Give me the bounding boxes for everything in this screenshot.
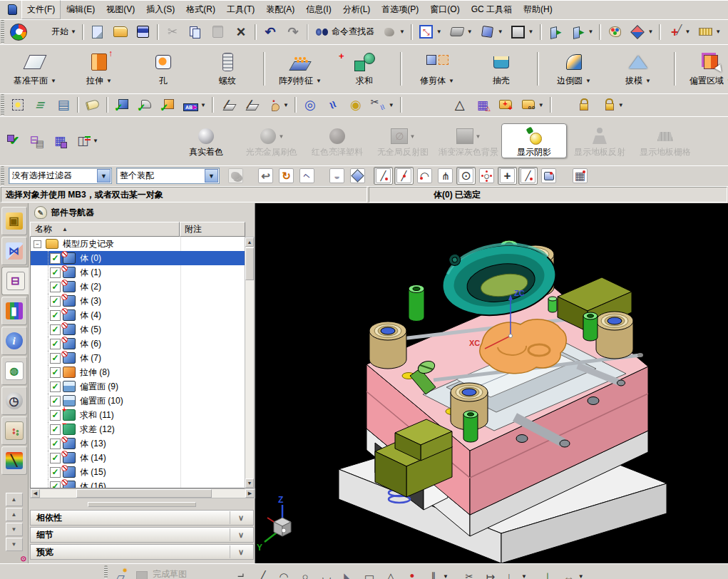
menu-item[interactable]: 帮助(H) (518, 0, 558, 19)
toolbar-grip[interactable] (1, 166, 4, 185)
checkbox[interactable] (50, 324, 61, 335)
toolbar-grip[interactable] (1, 20, 4, 43)
web-browser[interactable] (1, 357, 27, 385)
spring[interactable]: ▼ (322, 95, 344, 115)
dropdown-arrow-icon[interactable]: ▼ (200, 102, 206, 108)
dropdown-arrow-icon[interactable]: ▼ (71, 29, 76, 35)
checkbox[interactable] (50, 282, 61, 292)
toolbar-button[interactable]: 开始 ▼ (31, 22, 79, 42)
dropdown-arrow-icon[interactable]: ▼ (443, 573, 448, 579)
lock-b[interactable]: ▼ (598, 95, 627, 115)
no-reflect[interactable]: ▼ 无全局反射图 (370, 123, 436, 158)
menu-item[interactable]: 分析(L) (337, 0, 376, 19)
scroll-bottom[interactable]: ▼ (6, 538, 23, 551)
checkbox[interactable] (50, 467, 61, 478)
floor-grid[interactable]: ▼ 显示地板栅格 (632, 123, 698, 158)
checkbox[interactable] (50, 310, 61, 321)
body-timestamp[interactable]: 体 (5) (31, 322, 245, 337)
folder-points[interactable]: ▼ (495, 95, 516, 115)
selection-scope-combo[interactable]: 整个装配 ▼ (116, 168, 220, 184)
toolbar-grip[interactable] (1, 94, 4, 116)
dropdown-arrow-icon[interactable]: ▼ (588, 29, 594, 35)
dropdown-arrow-icon[interactable]: ▼ (528, 29, 534, 35)
collapsed-panel[interactable]: 预览 ∨ (30, 544, 254, 560)
menu-item[interactable]: 工具(T) (221, 0, 260, 19)
grid-snap[interactable] (570, 167, 590, 185)
dropdown-arrow-icon[interactable]: ▼ (389, 102, 394, 108)
fillet[interactable]: ▼ (317, 565, 337, 579)
checkbox[interactable] (50, 253, 61, 264)
menu-item[interactable]: 文件(F) (21, 0, 61, 19)
dropdown-arrow-icon[interactable]: ▼ (399, 29, 405, 35)
dropdown-arrow-icon[interactable]: ▼ (93, 138, 98, 144)
none-slash[interactable]: ▼ 无 (711, 123, 728, 158)
palette[interactable]: ▼ (604, 22, 625, 42)
offset-region[interactable]: 偏置区域▼ (679, 48, 728, 89)
tree-edit[interactable]: ▼ (26, 131, 48, 151)
dropdown-arrow-icon[interactable]: ▼ (618, 102, 624, 108)
tag[interactable]: ▼ (82, 95, 103, 115)
snap-point-on[interactable] (518, 167, 538, 185)
edge-blend[interactable]: 边倒圆▼ (542, 48, 606, 89)
snap-mid[interactable] (394, 167, 414, 185)
scroll-down-icon[interactable]: ▼ (245, 478, 254, 488)
history-clock[interactable] (1, 386, 27, 415)
combo-dropdown-icon[interactable]: ▼ (97, 169, 111, 183)
rectangle[interactable]: ▼ (359, 565, 379, 579)
gradient-bg[interactable]: ▼ 渐变深灰色背景 (436, 123, 501, 158)
shadow-bulb[interactable]: ▼ 显示阴影 (501, 123, 567, 158)
lock-a[interactable]: ▼ (575, 95, 596, 115)
graphics-viewport[interactable]: ZC XC Z Y (255, 203, 728, 563)
menu-item[interactable]: 窗口(O) (424, 0, 465, 19)
body-timestamp[interactable]: 体 (3) (31, 294, 245, 308)
body-timestamp[interactable]: 体 (13) (31, 436, 245, 451)
snap-center[interactable] (456, 167, 476, 185)
dropdown-arrow-icon[interactable]: ▼ (715, 29, 721, 35)
washer[interactable]: ▼ (345, 95, 366, 115)
scroll-up[interactable]: ▲ (6, 508, 23, 521)
clip-section[interactable] (348, 167, 367, 185)
hole[interactable]: 孔▼ (131, 48, 195, 89)
offset-curve[interactable]: ▼ (424, 565, 451, 579)
make-corner[interactable]: ▼ (502, 565, 530, 579)
pattern-feature[interactable]: 阵列特征▼ (268, 48, 332, 89)
datum-plane[interactable]: 基准平面▼ (3, 48, 67, 89)
window-bg[interactable]: ▼ (508, 22, 537, 42)
hd3d-tool[interactable] (1, 327, 27, 355)
checkbox[interactable] (50, 439, 61, 449)
extrude[interactable]: 拉伸▼ (67, 48, 131, 89)
point[interactable]: ▼ (402, 565, 422, 579)
dropdown-arrow-icon[interactable]: ▼ (409, 133, 415, 140)
trim-body[interactable]: 修剪体▼ (405, 48, 469, 89)
checkbox[interactable] (50, 296, 61, 307)
horizontal-scrollbar[interactable]: ◀ ▶ (30, 488, 255, 498)
menu-item[interactable]: 装配(A) (260, 0, 300, 19)
constraint-tool[interactable]: ▼ (538, 565, 558, 579)
dropdown-arrow-icon[interactable]: ▼ (521, 573, 527, 579)
copy-pages[interactable]: ▼ (185, 22, 206, 42)
cap-visor[interactable] (327, 167, 347, 185)
collapsed-panel[interactable]: 细节 ∨ (30, 527, 254, 543)
thread[interactable]: 螺纹▼ (195, 48, 260, 89)
undo-arrow[interactable]: ▼ (260, 22, 281, 42)
body-timestamp[interactable]: 体 (7) (31, 351, 245, 365)
draft[interactable]: 拔模▼ (606, 48, 670, 89)
reuse-library[interactable] (1, 297, 27, 325)
quick-trim[interactable]: ▼ (459, 565, 479, 579)
auto-dim[interactable]: ▼ (559, 565, 587, 579)
body-timestamp[interactable]: 体 (2) (31, 280, 245, 294)
scroll-right-icon[interactable]: ▶ (245, 489, 255, 498)
body-timestamp[interactable]: 体 (4) (31, 308, 245, 322)
menu-item[interactable]: 插入(S) (140, 0, 180, 19)
panel-splitter[interactable] (30, 501, 254, 508)
sphere-silver[interactable]: ▼ 真实着色 (173, 123, 239, 158)
expand-chevron-icon[interactable]: ∨ (230, 545, 252, 558)
extrude-small[interactable]: 拉伸 (8) (31, 365, 245, 379)
sketch-view[interactable]: ▼ (72, 131, 101, 151)
checkbox[interactable] (50, 481, 61, 489)
arc[interactable]: ▼ (274, 565, 294, 579)
toolbar-grip[interactable] (104, 565, 108, 578)
checkbox[interactable] (50, 367, 61, 378)
menu-item[interactable]: GC 工具箱 (466, 0, 518, 19)
dropdown-arrow-icon[interactable]: ▼ (448, 78, 454, 84)
